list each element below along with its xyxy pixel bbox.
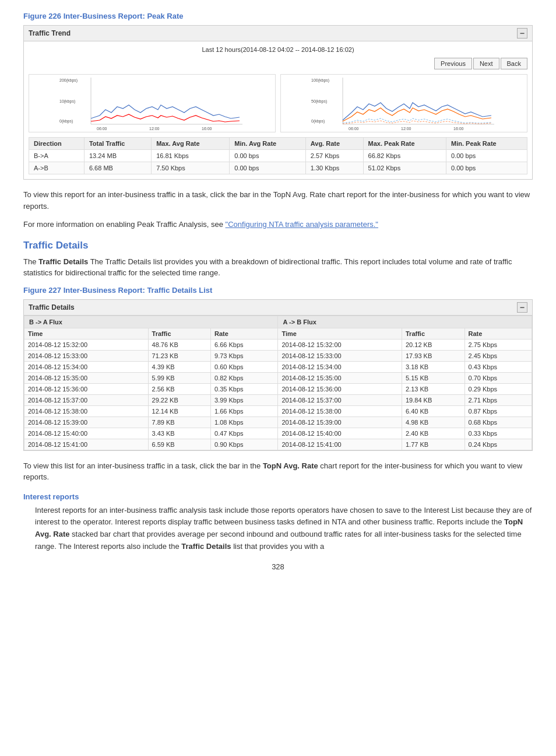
back-button[interactable]: Back	[501, 58, 527, 69]
traffic-cell: 4.98 KB	[402, 416, 464, 428]
previous-button[interactable]: Previous	[434, 58, 472, 69]
peak-rate-table: Direction Total Traffic Max. Avg Rate Mi…	[29, 137, 527, 174]
traffic-cell: 2.40 KB	[402, 428, 464, 439]
traffic-cell: 0.35 Kbps	[211, 383, 278, 394]
table-cell: A->B	[29, 162, 85, 174]
col-max-peak: Max. Peak Rate	[363, 138, 446, 150]
traffic-details-table: B -> A Flux A -> B Flux Time Traffic Rat…	[24, 316, 532, 450]
right-chart: 100(kbps) 50(kbps) 0(kbps) 06:00 12:00 1…	[280, 74, 527, 132]
page-number: 328	[23, 562, 533, 571]
figure226-title: Figure 226 Inter-Business Report: Peak R…	[23, 12, 533, 20]
table-cell: 6.68 MB	[84, 162, 151, 174]
traffic-cell: 1.66 Kbps	[211, 405, 278, 416]
traffic-details-intro: The Traffic Details The Traffic Details …	[23, 256, 533, 279]
col-traffic-a: Traffic	[148, 328, 211, 339]
traffic-details-minimize[interactable]: −	[517, 302, 527, 313]
traffic-row: 2014-08-12 15:41:006.59 KB0.90 Kbps2014-…	[24, 439, 532, 450]
traffic-cell: 2014-08-12 15:41:00	[24, 439, 149, 450]
interest-reports-heading: Interest reports	[23, 492, 533, 501]
svg-text:0(kbps): 0(kbps)	[59, 119, 73, 124]
traffic-cell: 4.39 KB	[148, 361, 211, 372]
traffic-cell: 20.12 KB	[402, 339, 464, 350]
traffic-cell: 6.66 Kbps	[211, 339, 278, 350]
para3: To view this list for an inter-business …	[23, 460, 533, 483]
left-chart: 200(kbps) 10(kbps) 0(kbps) 06:00 12:00 1…	[29, 74, 276, 132]
traffic-cell: 0.24 Kbps	[464, 439, 532, 450]
traffic-cell: 17.93 KB	[402, 350, 464, 361]
traffic-details-panel-title: Traffic Details	[29, 303, 75, 312]
traffic-cell: 2014-08-12 15:33:00	[278, 350, 402, 361]
traffic-cell: 19.84 KB	[402, 394, 464, 405]
table-cell: 51.02 Kbps	[363, 162, 446, 174]
traffic-row: 2014-08-12 15:37:0029.22 KB3.99 Kbps2014…	[24, 394, 532, 405]
traffic-cell: 5.99 KB	[148, 372, 211, 383]
traffic-cell: 0.87 Kbps	[464, 405, 532, 416]
traffic-cell: 1.77 KB	[402, 439, 464, 450]
traffic-details-bold2: Traffic Details	[181, 542, 231, 551]
traffic-row: 2014-08-12 15:39:007.89 KB1.08 Kbps2014-…	[24, 416, 532, 428]
table-cell: 0.00 bps	[446, 150, 527, 162]
traffic-cell: 2014-08-12 15:39:00	[278, 416, 402, 428]
next-button[interactable]: Next	[473, 58, 499, 69]
svg-text:50(kbps): 50(kbps)	[311, 99, 327, 104]
table-cell: 7.50 Kbps	[152, 162, 230, 174]
col-rate-b: Rate	[464, 328, 532, 339]
traffic-cell: 12.14 KB	[148, 405, 211, 416]
traffic-cell: 2014-08-12 15:38:00	[278, 405, 402, 416]
svg-text:06:00: 06:00	[97, 127, 107, 131]
chart-subtitle: Last 12 hours(2014-08-12 04:02 -- 2014-0…	[29, 46, 527, 53]
traffic-cell: 2.71 Kbps	[464, 394, 532, 405]
flux-b-header: A -> B Flux	[278, 316, 532, 328]
traffic-cell: 2014-08-12 15:39:00	[24, 416, 149, 428]
traffic-cell: 0.82 Kbps	[211, 372, 278, 383]
charts-row: 200(kbps) 10(kbps) 0(kbps) 06:00 12:00 1…	[29, 74, 527, 132]
traffic-cell: 7.89 KB	[148, 416, 211, 428]
traffic-cell: 29.22 KB	[148, 394, 211, 405]
para1: To view this report for an inter-busines…	[23, 189, 533, 212]
svg-text:06:00: 06:00	[349, 127, 359, 131]
traffic-cell: 48.76 KB	[148, 339, 211, 350]
traffic-details-panel: Traffic Details − B -> A Flux A -> B Flu…	[23, 299, 533, 451]
interest-reports-body: Interest reports for an inter-business t…	[35, 505, 533, 553]
traffic-cell: 2014-08-12 15:36:00	[278, 383, 402, 394]
traffic-row: 2014-08-12 15:40:003.43 KB0.47 Kbps2014-…	[24, 428, 532, 439]
traffic-cell: 0.47 Kbps	[211, 428, 278, 439]
topn-avg-bold: TopN Avg. Rate	[35, 517, 523, 538]
panel-title: Traffic Trend	[29, 29, 71, 37]
traffic-cell: 2014-08-12 15:40:00	[278, 428, 402, 439]
table-cell: B->A	[29, 150, 85, 162]
table-cell: 2.57 Kbps	[305, 150, 363, 162]
panel-minimize[interactable]: −	[517, 28, 527, 38]
traffic-cell: 5.15 KB	[402, 372, 464, 383]
traffic-cell: 2.13 KB	[402, 383, 464, 394]
traffic-cell: 2014-08-12 15:34:00	[24, 361, 149, 372]
table-cell: 0.00 bps	[446, 162, 527, 174]
traffic-cell: 2.75 Kbps	[464, 339, 532, 350]
panel-header: Traffic Trend −	[24, 26, 532, 41]
traffic-cell: 2014-08-12 15:37:00	[24, 394, 149, 405]
traffic-cell: 2014-08-12 15:32:00	[24, 339, 149, 350]
table-cell: 16.81 Kbps	[152, 150, 230, 162]
traffic-cell: 0.68 Kbps	[464, 416, 532, 428]
col-header-row: Time Traffic Rate Time Traffic Rate	[24, 328, 532, 339]
traffic-cell: 2014-08-12 15:37:00	[278, 394, 402, 405]
traffic-cell: 9.73 Kbps	[211, 350, 278, 361]
flux-header-row: B -> A Flux A -> B Flux	[24, 316, 532, 328]
traffic-cell: 6.40 KB	[402, 405, 464, 416]
traffic-cell: 6.59 KB	[148, 439, 211, 450]
traffic-cell: 2014-08-12 15:35:00	[278, 372, 402, 383]
table-cell: 0.00 bps	[230, 162, 305, 174]
traffic-cell: 3.18 KB	[402, 361, 464, 372]
traffic-row: 2014-08-12 15:38:0012.14 KB1.66 Kbps2014…	[24, 405, 532, 416]
traffic-cell: 0.43 Kbps	[464, 361, 532, 372]
traffic-cell: 2014-08-12 15:41:00	[278, 439, 402, 450]
svg-text:16:00: 16:00	[453, 127, 464, 131]
traffic-cell: 0.29 Kbps	[464, 383, 532, 394]
para2-pre: For more information on enabling Peak Tr…	[23, 220, 226, 229]
topn-bold: TopN Avg. Rate	[263, 461, 318, 470]
para2-link[interactable]: "Configuring NTA traffic analysis parame…	[226, 220, 378, 229]
traffic-cell: 2.45 Kbps	[464, 350, 532, 361]
traffic-row: 2014-08-12 15:33:0071.23 KB9.73 Kbps2014…	[24, 350, 532, 361]
traffic-details-heading: Traffic Details	[23, 240, 533, 251]
traffic-details-panel-body: B -> A Flux A -> B Flux Time Traffic Rat…	[24, 316, 532, 450]
